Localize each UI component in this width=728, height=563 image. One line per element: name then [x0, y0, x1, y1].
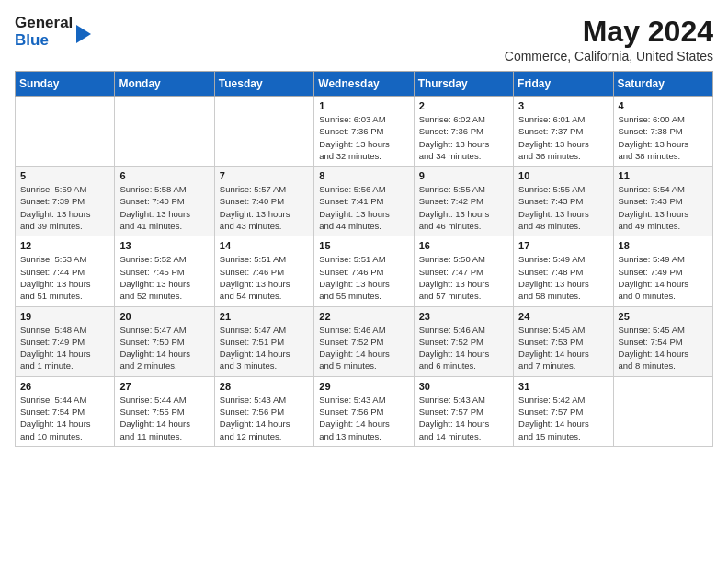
day-number: 13: [119, 240, 209, 251]
logo-triangle-icon: [76, 25, 91, 43]
logo: General Blue: [15, 15, 91, 49]
calendar-cell: 17Sunrise: 5:49 AM Sunset: 7:48 PM Dayli…: [514, 236, 613, 306]
day-number: 8: [319, 170, 408, 181]
calendar-cell: 11Sunrise: 5:54 AM Sunset: 7:43 PM Dayli…: [613, 167, 712, 236]
calendar-cell: 21Sunrise: 5:47 AM Sunset: 7:51 PM Dayli…: [214, 306, 313, 376]
day-number: 23: [419, 311, 508, 322]
calendar-cell: 10Sunrise: 5:55 AM Sunset: 7:43 PM Dayli…: [514, 167, 613, 236]
calendar-cell: 23Sunrise: 5:46 AM Sunset: 7:52 PM Dayli…: [414, 306, 513, 376]
cell-content: Sunrise: 5:47 AM Sunset: 7:50 PM Dayligh…: [119, 324, 209, 373]
cell-content: Sunrise: 5:50 AM Sunset: 7:47 PM Dayligh…: [419, 253, 508, 302]
day-number: 28: [220, 381, 309, 392]
calendar-cell: 25Sunrise: 5:45 AM Sunset: 7:54 PM Dayli…: [613, 306, 712, 376]
calendar-cell: [214, 97, 313, 167]
col-header-wednesday: Wednesday: [314, 72, 414, 97]
cell-content: Sunrise: 5:46 AM Sunset: 7:52 PM Dayligh…: [319, 324, 408, 373]
calendar-cell: 3Sunrise: 6:01 AM Sunset: 7:37 PM Daylig…: [514, 97, 613, 167]
day-number: 20: [119, 311, 209, 322]
calendar-cell: 7Sunrise: 5:57 AM Sunset: 7:40 PM Daylig…: [214, 167, 313, 236]
cell-content: Sunrise: 5:45 AM Sunset: 7:54 PM Dayligh…: [619, 324, 708, 373]
day-number: 2: [419, 100, 508, 111]
day-number: 31: [518, 381, 608, 392]
cell-content: Sunrise: 5:48 AM Sunset: 7:49 PM Dayligh…: [20, 324, 109, 373]
day-number: 14: [220, 240, 309, 251]
cell-content: Sunrise: 6:02 AM Sunset: 7:36 PM Dayligh…: [419, 113, 508, 162]
cell-content: Sunrise: 5:46 AM Sunset: 7:52 PM Dayligh…: [419, 324, 508, 373]
day-number: 26: [20, 381, 109, 392]
calendar-cell: 27Sunrise: 5:44 AM Sunset: 7:55 PM Dayli…: [115, 376, 214, 446]
subtitle: Commerce, California, United States: [505, 49, 713, 63]
cell-content: Sunrise: 5:49 AM Sunset: 7:49 PM Dayligh…: [619, 253, 708, 302]
day-number: 15: [319, 240, 408, 251]
calendar-cell: 1Sunrise: 6:03 AM Sunset: 7:36 PM Daylig…: [314, 97, 414, 167]
calendar-cell: [16, 97, 115, 167]
calendar-cell: 19Sunrise: 5:48 AM Sunset: 7:49 PM Dayli…: [16, 306, 115, 376]
cell-content: Sunrise: 5:51 AM Sunset: 7:46 PM Dayligh…: [220, 253, 309, 302]
calendar-cell: [115, 97, 214, 167]
calendar-cell: 2Sunrise: 6:02 AM Sunset: 7:36 PM Daylig…: [414, 97, 513, 167]
calendar-cell: 31Sunrise: 5:42 AM Sunset: 7:57 PM Dayli…: [514, 376, 613, 446]
calendar-cell: 13Sunrise: 5:52 AM Sunset: 7:45 PM Dayli…: [115, 236, 214, 306]
title-block: May 2024 Commerce, California, United St…: [505, 15, 713, 63]
day-number: 18: [619, 240, 708, 251]
calendar-cell: 30Sunrise: 5:43 AM Sunset: 7:57 PM Dayli…: [414, 376, 513, 446]
cell-content: Sunrise: 5:44 AM Sunset: 7:55 PM Dayligh…: [119, 394, 209, 442]
col-header-monday: Monday: [115, 72, 214, 97]
day-number: 12: [20, 240, 109, 251]
calendar-table: SundayMondayTuesdayWednesdayThursdayFrid…: [15, 71, 713, 447]
calendar-cell: 6Sunrise: 5:58 AM Sunset: 7:40 PM Daylig…: [115, 167, 214, 236]
col-header-saturday: Saturday: [613, 72, 712, 97]
calendar-cell: 22Sunrise: 5:46 AM Sunset: 7:52 PM Dayli…: [314, 306, 414, 376]
cell-content: Sunrise: 5:44 AM Sunset: 7:54 PM Dayligh…: [20, 394, 109, 442]
cell-content: Sunrise: 5:43 AM Sunset: 7:56 PM Dayligh…: [220, 394, 309, 442]
calendar-cell: 15Sunrise: 5:51 AM Sunset: 7:46 PM Dayli…: [314, 236, 414, 306]
cell-content: Sunrise: 6:03 AM Sunset: 7:36 PM Dayligh…: [319, 113, 408, 162]
cell-content: Sunrise: 5:45 AM Sunset: 7:53 PM Dayligh…: [518, 324, 608, 373]
logo-blue: Blue: [15, 32, 73, 50]
day-number: 21: [220, 311, 309, 322]
calendar-cell: 8Sunrise: 5:56 AM Sunset: 7:41 PM Daylig…: [314, 167, 414, 236]
day-number: 16: [419, 240, 508, 251]
calendar-cell: 9Sunrise: 5:55 AM Sunset: 7:42 PM Daylig…: [414, 167, 513, 236]
week-row-5: 26Sunrise: 5:44 AM Sunset: 7:54 PM Dayli…: [16, 376, 713, 446]
main-title: May 2024: [505, 15, 713, 49]
day-number: 11: [619, 170, 708, 181]
cell-content: Sunrise: 6:01 AM Sunset: 7:37 PM Dayligh…: [518, 113, 608, 162]
calendar-cell: 16Sunrise: 5:50 AM Sunset: 7:47 PM Dayli…: [414, 236, 513, 306]
cell-content: Sunrise: 5:47 AM Sunset: 7:51 PM Dayligh…: [220, 324, 309, 373]
day-number: 6: [119, 170, 209, 181]
day-number: 7: [220, 170, 309, 181]
day-number: 30: [419, 381, 508, 392]
cell-content: Sunrise: 5:55 AM Sunset: 7:43 PM Dayligh…: [518, 183, 608, 232]
cell-content: Sunrise: 5:58 AM Sunset: 7:40 PM Dayligh…: [119, 183, 209, 232]
day-number: 25: [619, 311, 708, 322]
calendar-cell: 12Sunrise: 5:53 AM Sunset: 7:44 PM Dayli…: [16, 236, 115, 306]
logo-text: General Blue: [15, 15, 73, 49]
week-row-3: 12Sunrise: 5:53 AM Sunset: 7:44 PM Dayli…: [16, 236, 713, 306]
col-header-friday: Friday: [514, 72, 613, 97]
cell-content: Sunrise: 5:55 AM Sunset: 7:42 PM Dayligh…: [419, 183, 508, 232]
day-number: 4: [619, 100, 708, 111]
calendar-cell: 24Sunrise: 5:45 AM Sunset: 7:53 PM Dayli…: [514, 306, 613, 376]
cell-content: Sunrise: 5:42 AM Sunset: 7:57 PM Dayligh…: [518, 394, 608, 442]
day-number: 9: [419, 170, 508, 181]
cell-content: Sunrise: 5:59 AM Sunset: 7:39 PM Dayligh…: [20, 183, 109, 232]
calendar-cell: 28Sunrise: 5:43 AM Sunset: 7:56 PM Dayli…: [214, 376, 313, 446]
calendar-cell: [613, 376, 712, 446]
calendar-cell: 18Sunrise: 5:49 AM Sunset: 7:49 PM Dayli…: [613, 236, 712, 306]
cell-content: Sunrise: 5:51 AM Sunset: 7:46 PM Dayligh…: [319, 253, 408, 302]
col-header-thursday: Thursday: [414, 72, 513, 97]
week-row-1: 1Sunrise: 6:03 AM Sunset: 7:36 PM Daylig…: [16, 97, 713, 167]
day-number: 10: [518, 170, 608, 181]
day-number: 3: [518, 100, 608, 111]
day-number: 5: [20, 170, 109, 181]
cell-content: Sunrise: 5:54 AM Sunset: 7:43 PM Dayligh…: [619, 183, 708, 232]
calendar-cell: 26Sunrise: 5:44 AM Sunset: 7:54 PM Dayli…: [16, 376, 115, 446]
week-row-4: 19Sunrise: 5:48 AM Sunset: 7:49 PM Dayli…: [16, 306, 713, 376]
week-row-2: 5Sunrise: 5:59 AM Sunset: 7:39 PM Daylig…: [16, 167, 713, 236]
cell-content: Sunrise: 6:00 AM Sunset: 7:38 PM Dayligh…: [619, 113, 708, 162]
calendar-cell: 5Sunrise: 5:59 AM Sunset: 7:39 PM Daylig…: [16, 167, 115, 236]
col-header-tuesday: Tuesday: [214, 72, 313, 97]
day-number: 1: [319, 100, 408, 111]
cell-content: Sunrise: 5:57 AM Sunset: 7:40 PM Dayligh…: [220, 183, 309, 232]
